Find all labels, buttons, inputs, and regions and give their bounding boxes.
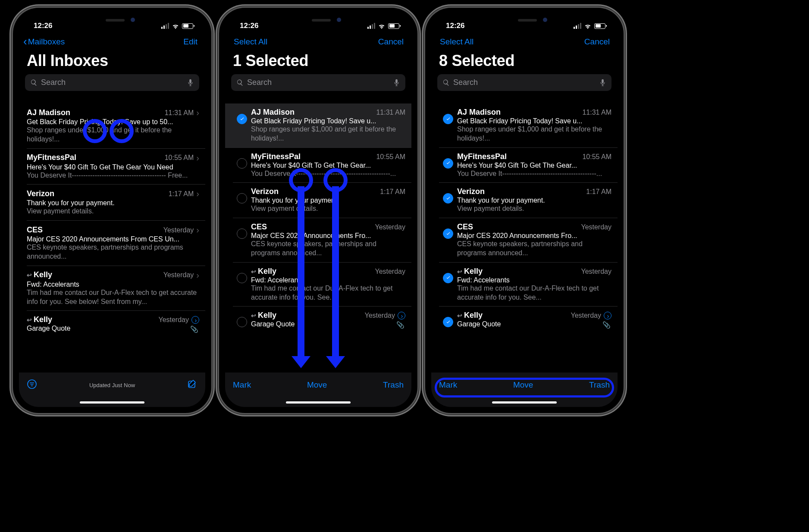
message-row[interactable]: ↩KellyYesterday›Fwd: AccelerantsTim had … xyxy=(27,266,205,311)
message-row[interactable]: Verizon1:17 AMThank you for your payment… xyxy=(439,183,618,218)
message-row[interactable]: ↩KellyYesterdayGarage Quote📎 xyxy=(439,307,618,332)
message-list[interactable]: AJ Madison11:31 AMGet Black Friday Prici… xyxy=(431,103,618,382)
checkbox-col[interactable] xyxy=(439,311,457,327)
move-button[interactable]: Move xyxy=(307,380,327,390)
subject: Here's Your $40 Gift To Get The Gear... xyxy=(251,162,405,169)
message-row[interactable]: ↩KellyYesterdayFwd: AccelerantsTim had m… xyxy=(439,263,618,307)
detail-icon[interactable] xyxy=(398,312,405,319)
back-button[interactable]: ‹ Mailboxes xyxy=(23,37,65,47)
edit-button[interactable]: Edit xyxy=(183,37,198,47)
subject: Thank you for your payment. xyxy=(27,199,199,207)
message-row[interactable]: MyFitnessPal10:55 AMHere's Your $40 Gift… xyxy=(233,148,411,183)
chevron-right-icon: › xyxy=(196,108,199,118)
message-row[interactable]: CESYesterdayMajor CES 2020 Announcements… xyxy=(233,218,411,263)
subject: Major CES 2020 Announcements From CES Un… xyxy=(27,235,199,243)
mark-button[interactable]: Mark xyxy=(439,380,457,390)
reply-icon: ↩ xyxy=(27,272,32,279)
cancel-button[interactable]: Cancel xyxy=(378,37,404,47)
message-row[interactable]: CESYesterday›Major CES 2020 Announcement… xyxy=(27,221,205,266)
home-indicator[interactable] xyxy=(80,401,144,404)
search-field[interactable]: Search xyxy=(231,74,405,91)
filter-button[interactable] xyxy=(27,379,37,391)
mic-icon[interactable] xyxy=(393,79,400,86)
checkbox-col[interactable] xyxy=(233,108,251,124)
checkbox-col[interactable] xyxy=(233,222,251,239)
message-row[interactable]: MyFitnessPal10:55 AMHere's Your $40 Gift… xyxy=(439,148,618,183)
search-field[interactable]: Search xyxy=(437,74,611,91)
reply-icon: ↩ xyxy=(251,312,256,319)
checkbox-col[interactable] xyxy=(439,152,457,169)
checkbox-col[interactable] xyxy=(439,267,457,283)
home-indicator[interactable] xyxy=(286,401,351,404)
checkbox-col[interactable] xyxy=(233,187,251,203)
home-indicator[interactable] xyxy=(492,401,557,404)
checkbox-col[interactable] xyxy=(439,108,457,124)
checkbox-icon[interactable] xyxy=(443,158,453,169)
checkbox-icon[interactable] xyxy=(443,228,453,239)
notch xyxy=(479,14,570,27)
sender: CES xyxy=(251,222,267,232)
checkbox-icon[interactable] xyxy=(237,193,247,203)
preview: You Deserve It--------------------------… xyxy=(27,171,199,180)
detail-icon[interactable] xyxy=(604,312,611,319)
checkbox-icon[interactable] xyxy=(237,158,247,169)
message-row[interactable]: AJ Madison11:31 AM›Get Black Friday Pric… xyxy=(27,103,205,149)
attachment-icon: 📎 xyxy=(396,321,404,329)
chevron-left-icon: ‹ xyxy=(23,38,27,45)
checkbox-icon[interactable] xyxy=(443,114,453,124)
checkbox-icon[interactable] xyxy=(443,317,453,327)
trash-button[interactable]: Trash xyxy=(589,380,610,390)
checkbox-icon[interactable] xyxy=(237,228,247,239)
preview: View payment details. xyxy=(27,207,199,216)
preview: You Deserve It--------------------------… xyxy=(251,169,405,178)
cancel-button[interactable]: Cancel xyxy=(584,37,610,47)
message-row[interactable]: ↩KellyYesterdayGarage Quote📎 xyxy=(233,307,411,332)
search-placeholder: Search xyxy=(247,78,389,87)
message-row[interactable]: Verizon1:17 AM›Thank you for your paymen… xyxy=(27,185,205,221)
status-time: 12:26 xyxy=(34,22,52,30)
message-row[interactable]: ↩KellyYesterdayGarage Quote📎 xyxy=(27,311,205,337)
sender: ↩Kelly xyxy=(27,315,52,324)
message-row[interactable]: MyFitnessPal10:55 AM›Here's Your $40 Gif… xyxy=(27,149,205,185)
search-field[interactable]: Search xyxy=(25,74,199,91)
timestamp: 11:31 AM xyxy=(582,109,611,116)
checkbox-col[interactable] xyxy=(233,152,251,169)
message-list[interactable]: AJ Madison11:31 AM›Get Black Friday Pric… xyxy=(19,103,205,382)
message-list[interactable]: AJ Madison11:31 AMGet Black Friday Prici… xyxy=(225,103,411,382)
checkbox-icon[interactable] xyxy=(443,193,453,203)
timestamp: Yesterday xyxy=(581,268,611,275)
message-row[interactable]: AJ Madison11:31 AMGet Black Friday Prici… xyxy=(439,103,618,148)
compose-button[interactable] xyxy=(187,379,198,391)
message-row[interactable]: AJ Madison11:31 AMGet Black Friday Prici… xyxy=(225,103,411,148)
sender: ↩Kelly xyxy=(251,267,276,276)
checkbox-col[interactable] xyxy=(233,311,251,327)
detail-icon[interactable] xyxy=(191,316,199,324)
checkbox-col[interactable] xyxy=(439,222,457,239)
checkbox-icon[interactable] xyxy=(443,273,453,283)
mic-icon[interactable] xyxy=(187,79,194,86)
checkbox-icon[interactable] xyxy=(237,273,247,283)
checkbox-icon[interactable] xyxy=(237,317,247,327)
message-row[interactable]: Verizon1:17 AMThank you for your payment… xyxy=(233,183,411,218)
move-button[interactable]: Move xyxy=(513,380,533,390)
mark-button[interactable]: Mark xyxy=(233,380,251,390)
checkbox-col[interactable] xyxy=(439,187,457,203)
message-row[interactable]: ↩KellyYesterdayFwd: AccelerantsTim had m… xyxy=(233,263,411,307)
signal-icon xyxy=(574,23,581,29)
mic-icon[interactable] xyxy=(599,79,606,86)
subject: Fwd: Accelerants xyxy=(457,276,611,284)
chevron-right-icon: › xyxy=(196,189,199,199)
select-all-button[interactable]: Select All xyxy=(436,37,473,47)
message-row[interactable]: CESYesterdayMajor CES 2020 Announcements… xyxy=(439,218,618,263)
checkbox-col[interactable] xyxy=(233,267,251,283)
battery-icon xyxy=(594,23,605,29)
nav-bar: ‹ Mailboxes Edit xyxy=(19,33,205,49)
trash-button[interactable]: Trash xyxy=(383,380,404,390)
nav-bar: Select All Cancel xyxy=(431,33,618,49)
select-all-button[interactable]: Select All xyxy=(229,37,267,47)
subject: Thank you for your payment. xyxy=(251,197,405,204)
timestamp: 10:55 AM› xyxy=(165,153,199,163)
preview: CES keynote speakers, partnerships and p… xyxy=(457,240,611,258)
subject: Get Black Friday Pricing Today! Save u..… xyxy=(457,117,611,125)
checkbox-icon[interactable] xyxy=(237,114,247,124)
